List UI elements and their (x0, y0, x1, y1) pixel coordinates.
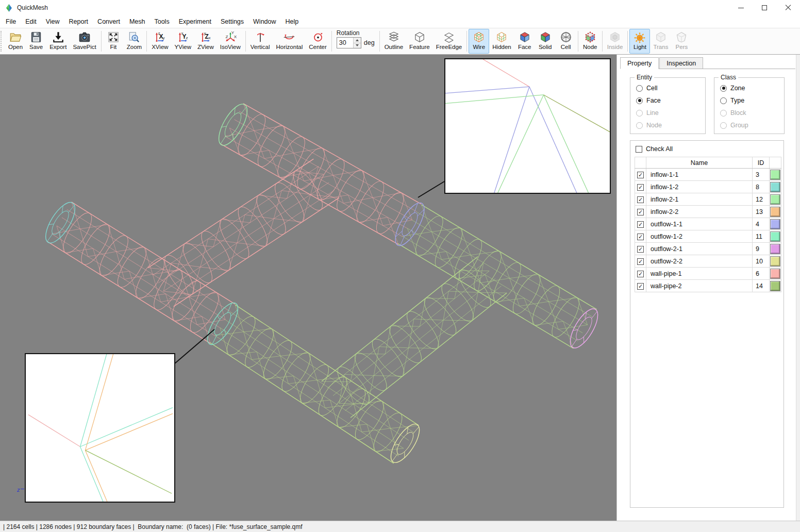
menu-item-mesh[interactable]: Mesh (125, 16, 150, 27)
menu-item-window[interactable]: Window (248, 16, 280, 27)
radio-circle[interactable] (720, 97, 727, 104)
table-row[interactable]: inflow-1-28 (635, 181, 781, 193)
table-row[interactable]: inflow-2-213 (635, 206, 781, 218)
row-checkbox[interactable] (637, 283, 644, 290)
minimize-button[interactable] (729, 0, 753, 15)
cell-ball-icon (559, 30, 573, 44)
radio-cell[interactable]: Cell (630, 82, 705, 94)
hidden-button[interactable]: Hidden (489, 29, 514, 54)
isoview-button[interactable]: YZXIsoView (217, 29, 244, 54)
table-row[interactable]: wall-pipe-16 (635, 268, 781, 280)
window-title: QuickMesh (17, 4, 48, 11)
toolbar-group: XzyXViewYxzYViewZyxZViewYZXIsoView (148, 29, 244, 54)
radio-zone[interactable]: Zone (714, 82, 784, 94)
row-id: 9 (753, 243, 770, 255)
fit-button[interactable]: Fit (103, 29, 124, 54)
wire-button[interactable]: Wire (469, 29, 489, 54)
rotation-input[interactable]: 30 (337, 37, 361, 48)
yview-button[interactable]: YxzYView (172, 29, 194, 54)
menu-item-report[interactable]: Report (64, 16, 93, 27)
menu-item-settings[interactable]: Settings (216, 16, 248, 27)
zone-list-frame: Check All NameIDinflow-1-13inflow-1-28in… (630, 140, 784, 508)
row-checkbox[interactable] (637, 234, 644, 240)
radio-face[interactable]: Face (630, 94, 705, 107)
table-row[interactable]: outflow-2-19 (635, 243, 781, 255)
trans-cube-icon (654, 30, 668, 44)
close-icon (785, 5, 791, 11)
toolbar-separator (146, 31, 147, 52)
toolbar-group: OpenSaveExportSavePict (5, 29, 99, 54)
toolbar-button-label: Outline (385, 44, 403, 50)
menu-item-file[interactable]: File (1, 16, 21, 27)
node-button[interactable]: Node (580, 29, 601, 54)
savepict-button[interactable]: SavePict (70, 29, 99, 54)
menu-item-experiment[interactable]: Experiment (174, 16, 216, 27)
horizontal-button[interactable]: Horizontal (273, 29, 306, 54)
zoom-button[interactable]: Zoom (124, 29, 145, 54)
center-button[interactable]: Center (306, 29, 330, 54)
vertical-button[interactable]: Vertical (247, 29, 273, 54)
xview-button[interactable]: XzyXView (148, 29, 171, 54)
radio-circle (720, 110, 727, 117)
row-checkbox[interactable] (637, 258, 644, 265)
close-button[interactable] (776, 0, 800, 15)
light-button[interactable]: Light (629, 29, 650, 54)
radio-circle[interactable] (636, 97, 643, 104)
row-checkbox[interactable] (637, 271, 644, 277)
radio-circle[interactable] (720, 85, 727, 92)
radio-circle[interactable] (636, 85, 643, 92)
row-color-cell (770, 243, 781, 255)
row-checkbox[interactable] (637, 246, 644, 253)
table-row[interactable]: inflow-1-13 (635, 169, 781, 181)
freeedge-button[interactable]: FreeEdge (433, 29, 465, 54)
free-edge-icon (442, 30, 456, 44)
menu-item-view[interactable]: View (41, 16, 64, 27)
menu-item-convert[interactable]: Convert (93, 16, 125, 27)
viewport-3d[interactable]: z (0, 55, 616, 521)
table-row[interactable]: inflow-2-112 (635, 193, 781, 206)
rotation-spin-up-button[interactable] (354, 38, 361, 43)
save-button[interactable]: Save (26, 29, 46, 54)
face-cube-icon (518, 30, 531, 44)
tab-property[interactable]: Property (620, 57, 659, 69)
radio-label: Type (730, 97, 744, 104)
solid-button[interactable]: Solid (535, 29, 556, 54)
radio-node: Node (630, 119, 705, 131)
svg-text:y: y (163, 36, 165, 40)
radio-label: Face (646, 97, 661, 104)
outline-button[interactable]: Outline (381, 29, 406, 54)
row-checkbox[interactable] (637, 196, 644, 203)
zview-button[interactable]: ZyxZView (194, 29, 217, 54)
menu-item-edit[interactable]: Edit (21, 16, 41, 27)
row-color-cell (770, 181, 781, 193)
table-row[interactable]: wall-pipe-214 (635, 280, 781, 292)
toolbar-button-label: Save (29, 44, 43, 50)
menu-item-help[interactable]: Help (281, 16, 304, 27)
open-button[interactable]: Open (5, 29, 26, 54)
row-checkbox[interactable] (637, 209, 644, 215)
export-button[interactable]: Export (46, 29, 70, 54)
table-row[interactable]: outflow-1-14 (635, 218, 781, 230)
menu-item-tools[interactable]: Tools (149, 16, 174, 27)
maximize-button[interactable] (753, 0, 776, 15)
cell-button[interactable]: Cell (556, 29, 576, 54)
table-row[interactable]: outflow-1-211 (635, 230, 781, 243)
check-all-checkbox[interactable] (636, 146, 642, 153)
radio-line: Line (630, 107, 705, 119)
row-checkbox[interactable] (637, 184, 644, 191)
rotate-vertical-icon (254, 30, 267, 44)
row-checkbox[interactable] (637, 221, 644, 228)
row-checkbox[interactable] (637, 172, 644, 178)
svg-text:x: x (181, 31, 183, 36)
radio-type[interactable]: Type (714, 94, 784, 107)
tab-inspection[interactable]: Inspection (659, 57, 703, 69)
panel-scrollbar[interactable] (796, 55, 800, 521)
row-id: 11 (753, 230, 770, 243)
toolbar-group: OutlineFeatureFreeEdge (381, 29, 465, 54)
class-groupbox: Class ZoneTypeBlockGroup (714, 77, 785, 134)
rotation-spin-down-button[interactable] (354, 43, 361, 48)
feature-button[interactable]: Feature (406, 29, 433, 54)
face-button[interactable]: Face (514, 29, 535, 54)
zone-table: NameIDinflow-1-13inflow-1-28inflow-2-112… (635, 157, 781, 292)
table-row[interactable]: outflow-2-210 (635, 255, 781, 268)
